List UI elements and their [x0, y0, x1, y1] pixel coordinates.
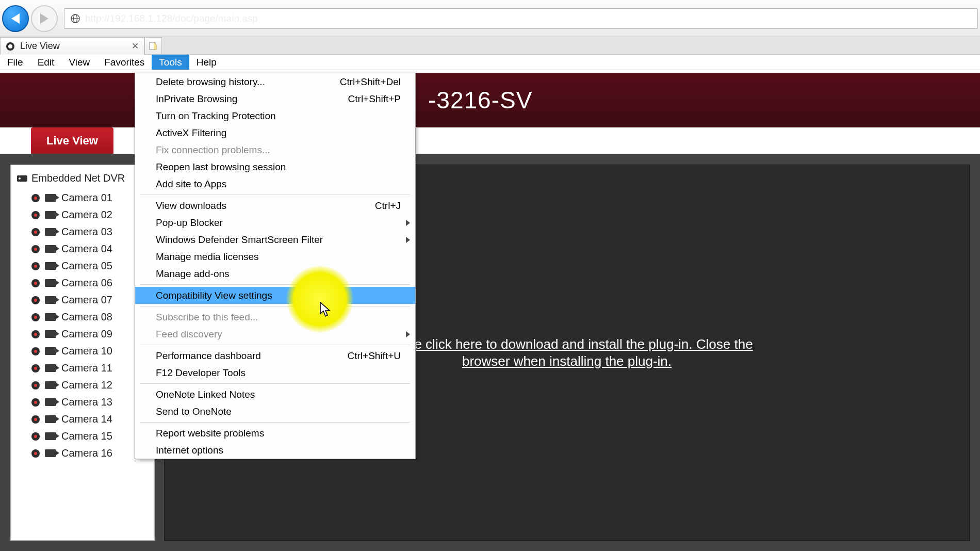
tools-add-site-to-apps[interactable]: Add site to Apps — [135, 175, 415, 192]
record-status-icon — [31, 211, 40, 219]
tools-manage-add-ons[interactable]: Manage add-ons — [135, 265, 415, 282]
tools-report-website-problems[interactable]: Report website problems — [135, 425, 415, 442]
dvr-model-title: -3216-SV — [428, 86, 532, 114]
plugin-download-link[interactable]: Please click here to download and instal… — [355, 336, 778, 369]
camera-icon — [45, 194, 56, 202]
camera-label: Camera 06 — [61, 277, 112, 289]
tools-internet-options[interactable]: Internet options — [135, 442, 415, 459]
browser-tab-live-view[interactable]: Live View ✕ — [0, 37, 144, 55]
camera-label: Camera 07 — [61, 294, 112, 306]
record-status-icon — [31, 415, 40, 424]
camera-label: Camera 05 — [61, 260, 112, 272]
camera-item[interactable]: Camera 12 — [17, 377, 148, 394]
tab-close-button[interactable]: ✕ — [132, 41, 139, 52]
tools-fix-connection-problems: Fix connection problems... — [135, 141, 415, 158]
record-status-icon — [31, 313, 40, 321]
tools-manage-media-licenses[interactable]: Manage media licenses — [135, 248, 415, 265]
camera-icon — [45, 211, 56, 219]
menu-separator — [140, 422, 410, 423]
record-status-icon — [31, 296, 40, 304]
tools-subscribe-to-this-feed: Subscribe to this feed... — [135, 309, 415, 326]
tools-dropdown: Delete browsing history...Ctrl+Shift+Del… — [135, 73, 416, 459]
menu-item-label: Manage add-ons — [156, 268, 230, 280]
menu-favorites[interactable]: Favorites — [97, 55, 152, 70]
menu-item-label: Performance dashboard — [156, 350, 261, 362]
new-tab-button[interactable] — [144, 37, 162, 55]
camera-item[interactable]: Camera 07 — [17, 291, 148, 309]
forward-button[interactable] — [31, 5, 58, 32]
menu-item-label: Send to OneNote — [156, 406, 232, 417]
menu-item-label: Add site to Apps — [156, 179, 226, 190]
menu-separator — [140, 383, 410, 384]
menu-item-label: Delete browsing history... — [156, 76, 265, 88]
menu-edit[interactable]: Edit — [30, 55, 62, 70]
camera-label: Camera 13 — [61, 396, 112, 408]
camera-label: Camera 11 — [61, 362, 112, 374]
tools-turn-on-tracking-protection[interactable]: Turn on Tracking Protection — [135, 107, 415, 124]
camera-item[interactable]: Camera 01 — [17, 189, 148, 206]
camera-item[interactable]: Camera 05 — [17, 257, 148, 274]
record-status-icon — [31, 347, 40, 355]
camera-item[interactable]: Camera 13 — [17, 394, 148, 411]
record-status-icon — [31, 364, 40, 372]
menu-item-label: Subscribe to this feed... — [156, 312, 258, 323]
camera-item[interactable]: Camera 03 — [17, 223, 148, 240]
tools-compatibility-view-settings[interactable]: Compatibility View settings — [135, 287, 415, 304]
tools-activex-filtering[interactable]: ActiveX Filtering — [135, 124, 415, 141]
back-button[interactable] — [2, 5, 29, 32]
camera-item[interactable]: Camera 08 — [17, 309, 148, 326]
menu-item-label: OneNote Linked Notes — [156, 389, 255, 400]
camera-item[interactable]: Camera 14 — [17, 411, 148, 428]
arrow-right-icon — [40, 13, 48, 24]
menu-item-label: Fix connection problems... — [156, 144, 270, 156]
camera-item[interactable]: Camera 04 — [17, 240, 148, 257]
camera-label: Camera 03 — [61, 226, 112, 238]
tools-view-downloads[interactable]: View downloadsCtrl+J — [135, 197, 415, 214]
camera-item[interactable]: Camera 11 — [17, 360, 148, 377]
dvr-tab-label: Live View — [46, 134, 98, 148]
arrow-left-icon — [11, 13, 20, 24]
camera-item[interactable]: Camera 02 — [17, 206, 148, 223]
tools-delete-browsing-history[interactable]: Delete browsing history...Ctrl+Shift+Del — [135, 73, 415, 90]
camera-label: Camera 12 — [61, 379, 112, 391]
menu-item-label: View downloads — [156, 200, 226, 212]
camera-icon — [45, 228, 56, 236]
record-status-icon — [31, 228, 40, 236]
tools-windows-defender-smartscreen-filter[interactable]: Windows Defender SmartScreen Filter — [135, 231, 415, 248]
dvr-tab-live-view[interactable]: Live View — [31, 127, 113, 154]
menu-item-shortcut: Ctrl+Shift+Del — [340, 76, 401, 88]
menu-tools[interactable]: Tools — [152, 55, 189, 70]
camera-item[interactable]: Camera 06 — [17, 274, 148, 291]
record-status-icon — [31, 279, 40, 287]
menu-help[interactable]: Help — [189, 55, 224, 70]
camera-item[interactable]: Camera 15 — [17, 428, 148, 445]
tools-pop-up-blocker[interactable]: Pop-up Blocker — [135, 214, 415, 231]
svg-point-4 — [8, 44, 12, 48]
record-status-icon — [31, 398, 40, 407]
camera-item[interactable]: Camera 09 — [17, 326, 148, 343]
tools-reopen-last-browsing-session[interactable]: Reopen last browsing session — [135, 158, 415, 175]
menu-item-shortcut: Ctrl+Shift+P — [348, 93, 401, 105]
tools-feed-discovery: Feed discovery — [135, 326, 415, 343]
dvr-icon — [17, 174, 27, 183]
camera-tree: Embedded Net DVR Camera 01Camera 02Camer… — [10, 165, 155, 541]
menu-file[interactable]: File — [0, 55, 30, 70]
camera-label: Camera 15 — [61, 430, 112, 442]
camera-item[interactable]: Camera 16 — [17, 445, 148, 462]
tools-f12-developer-tools[interactable]: F12 Developer Tools — [135, 364, 415, 381]
tools-send-to-onenote[interactable]: Send to OneNote — [135, 403, 415, 420]
camera-label: Camera 04 — [61, 243, 112, 255]
menu-view[interactable]: View — [61, 55, 97, 70]
address-bar[interactable]: http://192.168.1.128/doc/page/main.asp — [64, 8, 978, 29]
tools-inprivate-browsing[interactable]: InPrivate BrowsingCtrl+Shift+P — [135, 90, 415, 107]
camera-icon — [45, 347, 56, 355]
record-status-icon — [31, 449, 40, 458]
camera-label: Camera 08 — [61, 311, 112, 323]
camera-item[interactable]: Camera 10 — [17, 343, 148, 360]
tree-root[interactable]: Embedded Net DVR — [17, 172, 148, 184]
tools-performance-dashboard[interactable]: Performance dashboardCtrl+Shift+U — [135, 347, 415, 364]
svg-point-7 — [19, 177, 21, 180]
browser-nav-bar: http://192.168.1.128/doc/page/main.asp — [0, 0, 980, 37]
tools-onenote-linked-notes[interactable]: OneNote Linked Notes — [135, 386, 415, 403]
record-status-icon — [31, 330, 40, 338]
